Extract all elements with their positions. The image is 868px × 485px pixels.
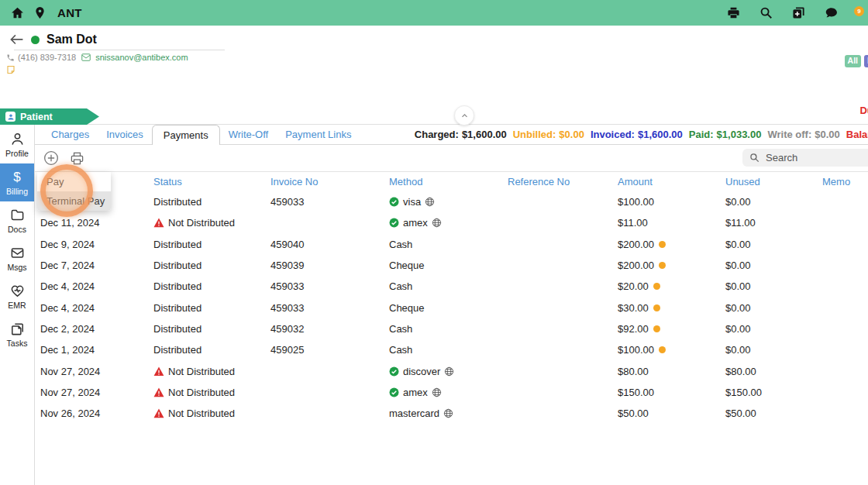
email-icon [81,53,91,61]
amount-flag-icon [659,346,666,353]
table-row[interactable]: Nov 27, 2024Not Distributedamex$150.00$1… [35,382,868,403]
menu-item-terminal-pay[interactable]: Terminal Pay [37,191,111,211]
globe-icon [432,218,442,228]
location-pin-icon[interactable] [33,6,46,19]
filter-chip-all[interactable]: All [845,55,861,67]
amount-cell: $20.00 [618,280,725,292]
status-cell: Distributed [153,260,270,271]
sidebar-item-docs[interactable]: Docs [0,201,34,239]
print-icon[interactable] [727,6,740,19]
back-arrow-icon[interactable] [9,33,24,46]
unused-cell: $50.00 [725,408,822,419]
tab-payments[interactable]: Payments [152,125,220,145]
patient-email[interactable]: snissanov@antibex.com [95,53,188,62]
tab-invoices[interactable]: Invoices [98,125,152,144]
collapse-summary-button[interactable] [454,105,474,126]
table-row[interactable]: Nov 26, 2024Not Distributedmastercard$50… [35,403,868,424]
payments-table-body: Distributed459033visa$100.00$0.00Dec 11,… [35,191,868,424]
invoice-cell: 459032 [270,323,389,335]
unused-cell: $11.00 [725,217,822,229]
new-patient-icon[interactable] [792,6,805,19]
date-cell: Dec 4, 2024 [40,302,153,314]
globe-icon [432,387,442,397]
date-cell: Nov 27, 2024 [40,387,153,398]
sidebar-item-label: Profile [5,149,29,158]
header-unused[interactable]: Unused [725,176,822,187]
header-invoice-no[interactable]: Invoice No [270,176,389,187]
search-box[interactable] [742,149,868,167]
amount-cell: $200.00 [618,239,725,250]
table-row[interactable]: Dec 2, 2024Distributed459032Cash$92.00$0… [35,318,868,339]
summary-charged: Charged:$1,600.00 [415,129,507,140]
tab-charges[interactable]: Charges [43,125,98,144]
top-app-bar: ANT 9 [0,0,868,26]
header-method[interactable]: Method [389,176,508,187]
add-payment-button[interactable] [43,150,59,166]
table-row[interactable]: Distributed459033visa$100.00$0.00 [35,191,868,212]
patient-name: Sam Dot [46,33,97,46]
invoice-cell: 459025 [270,344,389,356]
header-amount[interactable]: Amount [618,176,725,187]
header-reference-no[interactable]: Reference No [508,176,618,187]
sidebar-item-msgs[interactable]: Msgs [0,239,34,277]
sidebar-item-label: Billing [6,187,28,196]
sidebar-item-tasks[interactable]: Tasks [0,315,34,353]
chat-icon[interactable] [825,6,838,19]
date-cell: Nov 26, 2024 [40,408,153,419]
amount-cell: $50.00 [618,408,725,419]
amount-cell: $150.00 [618,387,725,398]
patient-phone: (416) 839-7318 [18,53,76,62]
table-row[interactable]: Dec 11, 2024Not Distributedamex$11.00$11… [35,212,868,233]
table-row[interactable]: Dec 1, 2024Distributed459025Cash$100.00$… [35,339,868,360]
status-cell: Not Distributed [153,217,270,229]
home-icon[interactable] [11,6,24,19]
header-memo[interactable]: Memo [822,176,868,187]
amount-flag-icon [653,325,660,332]
filter-chip-clipped[interactable]: E [864,55,868,67]
date-cell: Nov 27, 2024 [40,366,153,377]
person-icon [10,132,25,146]
header-status[interactable]: Status [153,176,270,187]
billing-main: ChargesInvoicesPaymentsWrite-OffPayment … [35,125,868,485]
patient-context-banner: Patient [0,108,99,125]
sticky-note-icon[interactable] [6,65,16,75]
print-list-button[interactable] [70,151,84,166]
search-input[interactable] [764,151,868,164]
summary-invoiced: Invoiced:$1,600.00 [591,129,683,140]
payments-toolbar [35,145,868,172]
table-row[interactable]: Dec 4, 2024Distributed459033Cheque$30.00… [35,297,868,318]
summary-write-off: Write off:$0.00 [767,129,839,140]
table-row[interactable]: Dec 4, 2024Distributed459033Cash$20.00$0… [35,276,868,297]
sidebar-item-billing[interactable]: $ Billing [0,163,34,201]
phone-icon [6,53,15,62]
folder-icon [10,208,25,222]
date-cell: Dec 2, 2024 [40,323,153,335]
unused-cell: $0.00 [725,239,822,250]
summary-paid: Paid:$1,033.00 [689,129,762,140]
pay-menu: PayTerminal Pay [37,172,111,211]
tab-write-off[interactable]: Write-Off [220,125,277,144]
tab-payment-links[interactable]: Payment Links [277,125,360,144]
table-row[interactable]: Dec 9, 2024Distributed459040Cash$200.00$… [35,234,868,255]
sidebar-item-emr[interactable]: EMR [0,277,34,315]
status-cell: Distributed [153,196,270,208]
amount-cell: $30.00 [618,302,725,314]
patient-status-dot [31,36,40,44]
menu-item-pay[interactable]: Pay [37,172,111,191]
verified-icon [389,366,399,377]
status-cell: Distributed [153,280,270,292]
notes-icon [10,322,25,336]
sidebar-item-label: Tasks [7,339,28,348]
table-row[interactable]: Dec 7, 2024Distributed459039Cheque$200.0… [35,255,868,276]
search-icon[interactable] [760,6,773,19]
date-cell: Dec 9, 2024 [40,239,153,250]
method-cell: Cheque [389,260,508,271]
status-cell: Not Distributed [153,366,270,377]
method-cell: visa [389,196,508,208]
unused-cell: $0.00 [725,323,822,335]
sidebar-item-profile[interactable]: Profile [0,126,34,163]
amount-cell: $80.00 [618,366,725,377]
table-row[interactable]: Nov 27, 2024Not Distributeddiscover$80.0… [35,360,868,381]
status-cell: Not Distributed [153,408,270,419]
summary-unbilled: Unbilled:$0.00 [513,129,584,140]
